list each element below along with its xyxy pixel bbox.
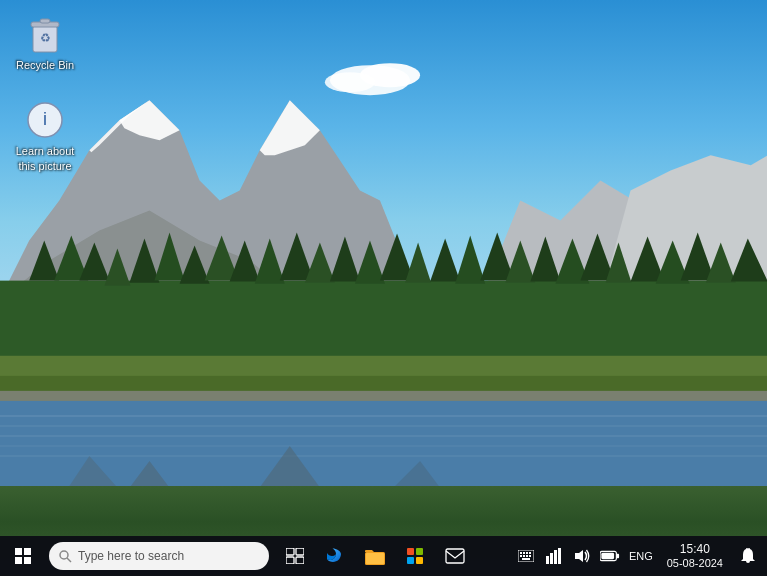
battery-icon[interactable] xyxy=(597,538,623,574)
recycle-bin-image: ♻ xyxy=(25,14,65,54)
svg-rect-79 xyxy=(526,552,528,554)
svg-rect-75 xyxy=(446,549,464,563)
recycle-bin-icon[interactable]: ♻ Recycle Bin xyxy=(10,10,80,76)
notification-button[interactable] xyxy=(733,536,763,576)
clock[interactable]: 15:40 05-08-2024 xyxy=(659,536,731,576)
desktop: ♻ Recycle Bin i Learn about this picture xyxy=(0,0,767,576)
svg-rect-92 xyxy=(616,554,619,559)
learn-picture-image: i xyxy=(25,100,65,140)
svg-rect-65 xyxy=(286,548,294,555)
desktop-icons: ♻ Recycle Bin i Learn about this picture xyxy=(10,10,80,177)
recycle-bin-label: Recycle Bin xyxy=(16,58,74,72)
svg-rect-60 xyxy=(24,548,31,555)
svg-rect-68 xyxy=(296,557,304,564)
edge-button[interactable] xyxy=(317,538,353,574)
svg-rect-82 xyxy=(523,555,525,557)
search-icon xyxy=(59,550,72,563)
svg-rect-87 xyxy=(550,553,553,564)
svg-rect-59 xyxy=(15,548,22,555)
language-indicator[interactable]: ENG xyxy=(625,550,657,562)
svg-rect-86 xyxy=(546,556,549,564)
svg-rect-61 xyxy=(15,557,22,564)
svg-marker-25 xyxy=(455,236,485,284)
file-explorer-button[interactable] xyxy=(357,538,393,574)
svg-rect-77 xyxy=(520,552,522,554)
task-view-button[interactable] xyxy=(277,538,313,574)
svg-rect-85 xyxy=(522,558,530,560)
svg-point-63 xyxy=(60,551,68,559)
svg-rect-83 xyxy=(526,555,528,557)
system-tray: ENG 15:40 05-08-2024 xyxy=(513,536,767,576)
svg-point-52 xyxy=(325,72,375,92)
store-button[interactable] xyxy=(397,538,433,574)
svg-rect-88 xyxy=(554,550,557,564)
svg-rect-72 xyxy=(416,548,423,555)
taskbar: Type here to search xyxy=(0,536,767,576)
svg-rect-80 xyxy=(529,552,531,554)
svg-rect-74 xyxy=(416,557,423,564)
start-button[interactable] xyxy=(0,536,45,576)
search-bar[interactable]: Type here to search xyxy=(49,542,269,570)
clock-date: 05-08-2024 xyxy=(667,557,723,570)
svg-rect-81 xyxy=(520,555,522,557)
svg-rect-78 xyxy=(523,552,525,554)
svg-rect-66 xyxy=(296,548,304,555)
svg-marker-23 xyxy=(405,243,431,283)
svg-marker-24 xyxy=(430,239,460,282)
svg-rect-7 xyxy=(0,281,767,361)
svg-rect-73 xyxy=(407,557,414,564)
svg-line-64 xyxy=(67,558,71,562)
clock-time: 15:40 xyxy=(680,542,710,556)
taskbar-pinned-apps xyxy=(277,538,473,574)
learn-picture-label: Learn about this picture xyxy=(14,144,76,173)
svg-rect-67 xyxy=(286,557,294,564)
svg-rect-84 xyxy=(529,555,531,557)
svg-rect-71 xyxy=(407,548,414,555)
search-placeholder-text: Type here to search xyxy=(78,549,184,563)
mail-button[interactable] xyxy=(437,538,473,574)
svg-text:i: i xyxy=(43,109,47,129)
svg-rect-55 xyxy=(40,19,50,23)
svg-rect-62 xyxy=(24,557,31,564)
keyboard-layout-indicator[interactable] xyxy=(513,538,539,574)
svg-marker-90 xyxy=(575,550,583,562)
volume-icon[interactable] xyxy=(569,538,595,574)
svg-rect-70 xyxy=(366,553,384,564)
desktop-background xyxy=(0,0,767,576)
learn-picture-icon[interactable]: i Learn about this picture xyxy=(10,96,80,177)
network-icon[interactable] xyxy=(541,538,567,574)
svg-rect-93 xyxy=(601,553,614,559)
svg-text:♻: ♻ xyxy=(40,31,51,45)
svg-rect-89 xyxy=(558,548,561,564)
